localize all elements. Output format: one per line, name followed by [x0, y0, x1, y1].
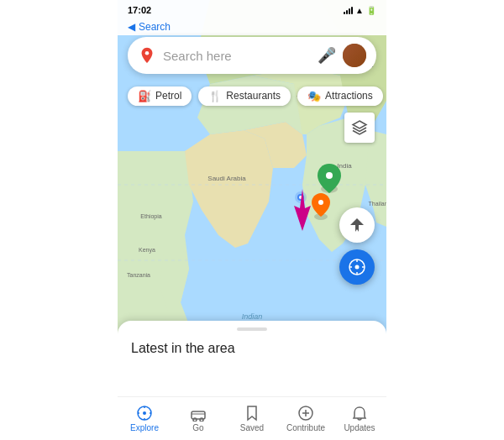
go-nav-label: Go — [192, 423, 203, 432]
svg-point-28 — [193, 418, 197, 422]
svg-text:Saudi Arabia: Saudi Arabia — [207, 175, 246, 182]
google-maps-logo — [138, 46, 156, 65]
bottom-sheet[interactable]: Latest in the area — [118, 321, 386, 396]
updates-nav-label: Updates — [344, 423, 375, 432]
wifi-icon: ▲ — [355, 6, 364, 15]
chip-attractions[interactable]: 🎭 Attractions — [297, 86, 383, 106]
layers-icon — [351, 119, 368, 136]
battery-icon: 🔋 — [366, 6, 376, 15]
direction-arrow — [281, 185, 323, 235]
svg-text:Thailand: Thailand — [369, 201, 386, 207]
contribute-nav-label: Contribute — [286, 423, 325, 432]
signal-bar-3 — [349, 8, 350, 14]
nav-go[interactable]: Go — [178, 405, 218, 432]
svg-point-24 — [145, 51, 150, 55]
contribute-nav-icon — [297, 405, 314, 422]
microphone-icon[interactable]: 🎤 — [318, 46, 336, 65]
svg-text:Kenya: Kenya — [139, 247, 155, 254]
chip-restaurants[interactable]: 🍴 Restaurants — [198, 86, 291, 106]
nav-contribute[interactable]: Contribute — [286, 405, 326, 432]
status-icons: ▲ 🔋 — [344, 6, 376, 15]
svg-text:Indian: Indian — [242, 312, 263, 321]
chip-petrol-label: Petrol — [155, 90, 181, 102]
explore-icon — [348, 258, 366, 276]
filter-chips: ⛽ Petrol 🍴 Restaurants 🎭 Attractions › — [118, 81, 386, 111]
status-bar: 17:02 ▲ 🔋 — [118, 0, 386, 18]
sheet-handle — [237, 327, 267, 331]
status-time: 17:02 — [128, 5, 151, 15]
nav-updates[interactable]: Updates — [339, 405, 380, 432]
svg-point-26 — [143, 411, 146, 415]
saved-nav-icon — [244, 405, 260, 422]
svg-text:India: India — [337, 162, 352, 170]
nav-explore[interactable]: Explore — [124, 405, 165, 432]
back-navigation[interactable]: ◀ Search — [118, 18, 386, 35]
svg-point-16 — [326, 172, 333, 179]
signal-bar-4 — [351, 7, 353, 14]
layers-button[interactable] — [344, 113, 375, 143]
chip-petrol[interactable]: ⛽ Petrol — [128, 86, 192, 106]
search-placeholder: Search here — [163, 49, 311, 63]
svg-point-29 — [200, 418, 203, 422]
signal-bar-2 — [346, 10, 348, 14]
navigation-icon — [349, 217, 365, 233]
chip-attractions-label: Attractions — [325, 90, 373, 102]
svg-text:Ethiopia: Ethiopia — [140, 213, 161, 220]
my-location-button[interactable] — [339, 207, 375, 243]
back-label: Search — [139, 21, 171, 33]
bottom-nav: Explore Go Saved Contribute — [118, 396, 386, 440]
back-arrow-icon: ◀ — [128, 21, 135, 33]
go-nav-icon — [190, 405, 207, 422]
chip-restaurants-label: Restaurants — [226, 90, 281, 102]
avatar[interactable] — [343, 44, 366, 67]
svg-rect-27 — [192, 411, 205, 419]
petrol-icon: ⛽ — [138, 90, 151, 102]
signal-bars — [344, 6, 353, 14]
sheet-title: Latest in the area — [118, 341, 235, 356]
nav-saved[interactable]: Saved — [232, 405, 272, 432]
explore-button[interactable] — [339, 249, 375, 285]
saved-nav-label: Saved — [240, 423, 264, 432]
attractions-icon: 🎭 — [307, 90, 321, 102]
explore-nav-icon — [136, 405, 153, 422]
updates-nav-icon — [351, 405, 368, 422]
svg-point-23 — [355, 265, 360, 270]
explore-nav-label: Explore — [130, 423, 159, 432]
restaurants-icon: 🍴 — [208, 90, 222, 102]
search-bar[interactable]: Search here 🎤 — [128, 37, 376, 74]
signal-bar-1 — [344, 12, 345, 14]
svg-text:Tanzania: Tanzania — [127, 272, 150, 278]
